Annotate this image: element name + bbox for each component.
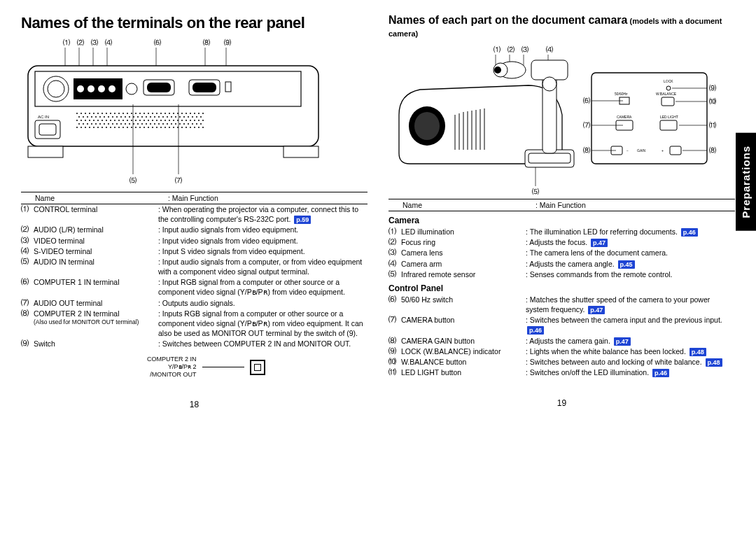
table-row: ⑵Focus ringAdjusts the focus. p.47 — [388, 237, 735, 247]
svg-point-31 — [80, 113, 82, 114]
svg-point-90 — [200, 116, 202, 118]
svg-point-148 — [188, 123, 189, 125]
svg-point-36 — [102, 113, 103, 114]
svg-point-132 — [120, 123, 122, 125]
svg-point-131 — [116, 123, 118, 125]
table-row: ⑶VIDEO terminalInput video signals from … — [21, 236, 368, 246]
svg-point-44 — [135, 113, 136, 114]
svg-point-121 — [202, 120, 204, 121]
svg-point-172 — [160, 127, 162, 128]
table-row: ⑴CONTROL terminalWhen operating the proj… — [21, 204, 368, 224]
svg-text:⑼: ⑼ — [709, 84, 716, 92]
svg-point-123 — [83, 123, 84, 125]
svg-point-32 — [85, 113, 86, 114]
table-row: ⑷Camera armAdjusts the camera angle. p.4… — [388, 259, 735, 269]
svg-point-101 — [118, 120, 120, 121]
table-row: ⑸Infrared remote sensorSenses commands f… — [388, 269, 735, 279]
page-ref-badge: p.48 — [690, 348, 706, 356]
svg-point-59 — [198, 113, 200, 114]
svg-point-216 — [494, 66, 501, 73]
svg-point-83 — [171, 116, 172, 118]
svg-point-93 — [85, 120, 86, 121]
table-row: ⑹COMPUTER 1 IN terminalInput RGB signal … — [21, 277, 368, 297]
svg-point-57 — [190, 113, 191, 114]
control-panel-section-heading: Control Panel — [388, 283, 735, 293]
svg-rect-25 — [147, 83, 171, 92]
svg-point-51 — [164, 113, 166, 114]
svg-point-107 — [144, 120, 145, 121]
svg-point-217 — [542, 77, 556, 91]
svg-point-122 — [78, 123, 80, 125]
svg-point-169 — [148, 127, 149, 128]
table-row: ⑵AUDIO (L/R) terminalInput audio signals… — [21, 225, 368, 234]
svg-text:⑵: ⑵ — [507, 45, 514, 53]
svg-text:⑺: ⑺ — [583, 121, 590, 129]
hdr-func: : Main Function — [168, 194, 368, 202]
svg-point-47 — [148, 113, 149, 114]
svg-point-142 — [162, 123, 164, 125]
svg-point-181 — [198, 127, 200, 128]
svg-point-55 — [181, 113, 183, 114]
svg-point-113 — [169, 120, 170, 121]
page-ref-badge: p.47 — [588, 306, 605, 314]
svg-point-159 — [106, 127, 107, 128]
svg-point-92 — [80, 120, 82, 121]
svg-point-162 — [118, 127, 120, 128]
svg-point-73 — [129, 116, 130, 118]
svg-point-111 — [160, 120, 162, 121]
svg-point-145 — [175, 123, 176, 125]
svg-point-151 — [200, 123, 202, 125]
svg-point-21 — [98, 85, 105, 92]
svg-point-173 — [164, 127, 166, 128]
svg-point-144 — [171, 123, 172, 125]
svg-text:CAMERA: CAMERA — [617, 115, 632, 119]
svg-point-84 — [175, 116, 176, 118]
left-page: Names of the terminals on the rear panel… — [21, 14, 368, 409]
svg-point-158 — [102, 127, 103, 128]
svg-text:LED LIGHT: LED LIGHT — [660, 115, 678, 119]
svg-point-163 — [122, 127, 124, 128]
svg-point-161 — [114, 127, 115, 128]
svg-point-105 — [135, 120, 136, 121]
svg-point-95 — [93, 120, 94, 121]
svg-point-20 — [88, 85, 94, 92]
svg-text:−: − — [626, 148, 629, 153]
svg-point-154 — [85, 127, 86, 128]
svg-point-201 — [414, 112, 440, 140]
svg-point-112 — [164, 120, 166, 121]
hdr-name: Name — [388, 201, 536, 209]
svg-text:⑻: ⑻ — [709, 146, 716, 154]
svg-point-56 — [186, 113, 187, 114]
svg-point-53 — [173, 113, 174, 114]
svg-point-71 — [120, 116, 122, 118]
svg-point-117 — [186, 120, 187, 121]
left-rows: ⑴CONTROL terminalWhen operating the proj… — [21, 204, 368, 349]
svg-point-62 — [83, 116, 84, 118]
svg-point-22 — [108, 85, 115, 92]
svg-point-81 — [162, 116, 164, 118]
svg-point-87 — [188, 116, 189, 118]
svg-point-155 — [89, 127, 90, 128]
svg-point-58 — [194, 113, 195, 114]
table-row: ⑼LOCK (W.BALANCE) indicatorLights when t… — [388, 346, 735, 356]
svg-point-127 — [99, 123, 101, 125]
svg-point-138 — [146, 123, 147, 125]
svg-point-182 — [202, 127, 204, 128]
table-row: ⑽W.BALANCE buttonSwitches between auto a… — [388, 357, 735, 367]
svg-rect-211 — [528, 153, 570, 163]
svg-point-76 — [141, 116, 143, 118]
svg-point-130 — [112, 123, 113, 125]
svg-rect-220 — [592, 73, 707, 164]
svg-point-134 — [129, 123, 130, 125]
svg-point-179 — [190, 127, 191, 128]
right-table-header: Name : Main Function — [388, 199, 735, 211]
svg-text:⑶: ⑶ — [522, 45, 528, 53]
svg-point-116 — [181, 120, 183, 121]
table-row: ⑸AUDIO IN terminalInput audio signals fr… — [21, 257, 368, 276]
right-title: Names of each part on the document camar… — [388, 14, 735, 39]
svg-point-146 — [179, 123, 181, 125]
svg-point-96 — [97, 120, 99, 121]
svg-point-85 — [179, 116, 181, 118]
svg-text:⑹: ⑹ — [583, 97, 590, 104]
section-tab: Preparations — [736, 133, 756, 231]
